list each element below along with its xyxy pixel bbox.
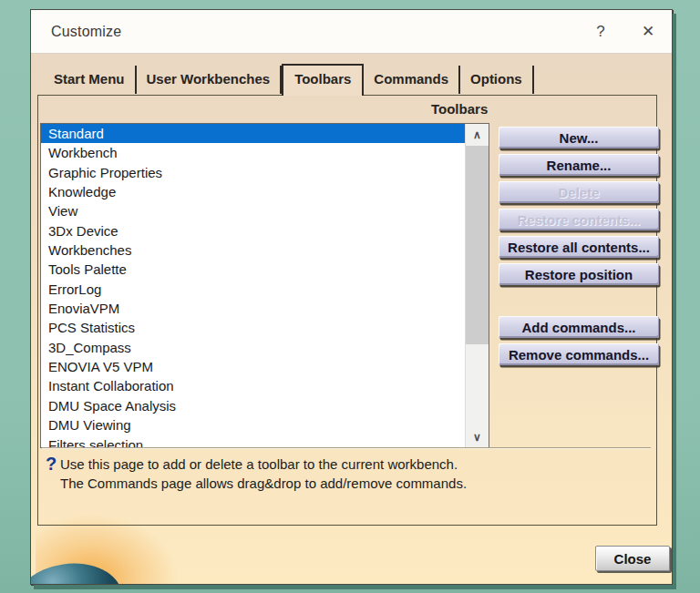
help-line-1: Use this page to add or delete a toolbar… [60, 455, 638, 474]
list-item[interactable]: DMU Space Analysis [41, 396, 489, 415]
list-item-clipped[interactable]: Filters selection [41, 435, 489, 449]
title-bar: Customize ? ✕ [31, 10, 672, 54]
list-item[interactable]: 3Dx Device [41, 221, 489, 240]
list-item[interactable]: DMU Viewing [41, 415, 489, 435]
dialog-title: Customize [31, 24, 121, 40]
remove-commands-button[interactable]: Remove commands... [499, 343, 659, 365]
close-icon[interactable]: ✕ [624, 10, 672, 53]
rename-button[interactable]: Rename... [499, 154, 659, 176]
list-item[interactable]: View [41, 201, 489, 220]
question-mark-icon: ? [46, 455, 57, 473]
new-button[interactable]: New... [499, 127, 659, 148]
tab-user-workbenches[interactable]: User Workbenches [137, 66, 283, 94]
toolbars-listbox[interactable]: Standard Workbench Graphic Properties Kn… [40, 123, 489, 448]
list-item[interactable]: Instant Collaboration [41, 376, 489, 395]
help-text-area: ? Use this page to add or delete a toolb… [46, 455, 638, 493]
list-scrollbar[interactable]: ∧ ∨ [465, 124, 489, 447]
scrollbar-thumb[interactable] [466, 146, 489, 344]
tab-strip: Start Menu User Workbenches Toolbars Com… [44, 66, 534, 96]
catia-logo-swoosh [30, 557, 127, 585]
restore-all-contents-button[interactable]: Restore all contents... [499, 236, 659, 258]
list-item[interactable]: Graphic Properties [41, 163, 489, 182]
help-icon[interactable]: ? [577, 10, 624, 53]
list-item[interactable]: Standard [41, 124, 489, 143]
add-commands-button[interactable]: Add commands... [499, 316, 659, 338]
list-item[interactable]: Workbenches [41, 240, 489, 260]
customize-dialog: Customize ? ✕ Start Menu User Workbenche… [30, 9, 673, 585]
restore-position-button[interactable]: Restore position [499, 263, 659, 285]
help-separator [42, 447, 651, 448]
tab-options[interactable]: Options [460, 66, 534, 94]
tab-commands[interactable]: Commands [364, 66, 460, 94]
frame-title: Toolbars [427, 101, 491, 117]
close-button[interactable]: Close [595, 546, 670, 571]
list-item[interactable]: Knowledge [41, 182, 489, 201]
help-line-2: The Commands page allows drag&drop to ad… [60, 474, 638, 493]
list-item[interactable]: PCS Statistics [41, 318, 489, 337]
list-item[interactable]: EnoviaVPM [41, 299, 489, 318]
tab-start-menu[interactable]: Start Menu [44, 66, 137, 94]
scroll-down-icon[interactable]: ∨ [466, 426, 489, 447]
scroll-up-icon[interactable]: ∧ [466, 124, 489, 145]
delete-button: Delete [499, 181, 659, 203]
list-item[interactable]: Workbench [41, 143, 489, 162]
toolbars-tab-page: Toolbars Standard Workbench Graphic Prop… [37, 95, 657, 526]
list-item[interactable]: Tools Palette [41, 260, 489, 279]
list-item[interactable]: ENOVIA V5 VPM [41, 357, 489, 376]
list-item[interactable]: 3D_Compass [41, 338, 489, 357]
tab-toolbars[interactable]: Toolbars [282, 64, 364, 96]
list-item[interactable]: ErrorLog [41, 280, 489, 299]
restore-contents-button: Restore contents... [499, 209, 659, 230]
